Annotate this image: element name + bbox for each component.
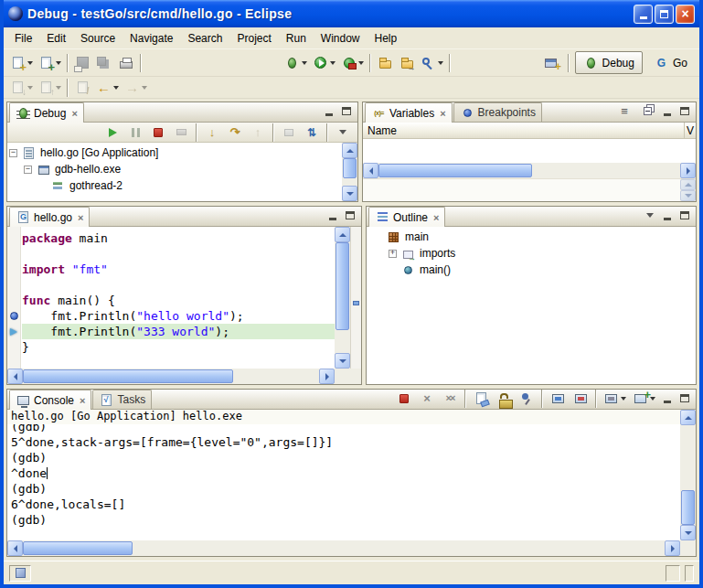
print-button[interactable] [115, 52, 137, 74]
editor-h-scrollbar[interactable] [7, 369, 335, 384]
tab-breakpoints[interactable]: Breakpoints [453, 102, 542, 122]
tree-item[interactable]: main() [372, 262, 696, 278]
new-element-button[interactable] [36, 52, 64, 74]
menu-help[interactable]: Help [367, 29, 405, 48]
view-menu-button[interactable] [332, 122, 354, 144]
breakpoint-icon[interactable] [10, 312, 18, 320]
dropdown-arrow-icon[interactable] [27, 86, 33, 90]
scrollbar-thumb[interactable] [23, 541, 133, 555]
perspective-button-go[interactable]: Go [645, 51, 696, 74]
debug-launch-tree[interactable]: −hello.go [Go Application]−gdb-hello.exe… [7, 143, 342, 201]
dropdown-arrow-icon[interactable] [621, 397, 626, 401]
menu-file[interactable]: File [7, 29, 39, 48]
export-button[interactable] [396, 52, 418, 74]
close-button[interactable]: × [676, 5, 695, 24]
minimize-view-button[interactable] [321, 104, 337, 119]
titlebar[interactable]: Debug - testGo/src/cmd/hello.go - Eclips… [4, 0, 699, 27]
detail-scrollbar[interactable] [680, 179, 696, 201]
remove-all-launches-button[interactable] [439, 389, 461, 410]
show-stdout-button[interactable] [547, 389, 569, 410]
code-editor[interactable]: package main import "fmt" func main() { … [22, 227, 335, 369]
menu-run[interactable]: Run [279, 29, 314, 48]
debug-tree-scrollbar[interactable] [342, 143, 357, 201]
minimize-view-button[interactable] [659, 208, 676, 223]
terminate-button[interactable] [147, 122, 169, 144]
scrollbar-thumb[interactable] [336, 242, 349, 330]
tab-tasks[interactable]: Tasks [92, 390, 152, 409]
run-button[interactable] [310, 52, 338, 74]
tree-item[interactable]: −hello.go [Go Application] [7, 144, 342, 161]
minimize-view-button[interactable] [325, 208, 341, 223]
dropdown-arrow-icon[interactable] [438, 61, 443, 65]
scroll-up-button[interactable] [335, 227, 350, 242]
clear-console-button[interactable] [470, 389, 492, 410]
scroll-right-button[interactable] [665, 540, 680, 556]
collapse-all-button[interactable] [636, 102, 658, 123]
dropdown-arrow-icon[interactable] [113, 86, 119, 90]
scroll-up-button[interactable] [680, 179, 696, 190]
dropdown-arrow-icon[interactable] [142, 86, 147, 90]
dropdown-arrow-icon[interactable] [56, 86, 61, 90]
step-into-button[interactable] [201, 122, 223, 144]
tab-hello-go[interactable]: hello.go × [9, 207, 90, 227]
variables-column-header[interactable]: Name V [363, 123, 696, 139]
breakpoint-marker[interactable] [353, 301, 359, 305]
import-button[interactable] [374, 52, 396, 74]
perspective-button-debug[interactable]: Debug [575, 51, 643, 74]
tree-item[interactable]: +imports [372, 245, 696, 262]
maximize-view-button[interactable] [676, 208, 693, 223]
maximize-view-button[interactable] [676, 104, 693, 119]
dropdown-arrow-icon[interactable] [358, 61, 364, 65]
scroll-lock-button[interactable] [493, 389, 515, 410]
expand-icon[interactable]: + [389, 250, 397, 258]
dropdown-arrow-icon[interactable] [56, 61, 61, 65]
maximize-view-button[interactable] [342, 208, 358, 223]
menu-navigate[interactable]: Navigate [122, 29, 180, 48]
minimize-view-button[interactable] [659, 104, 676, 119]
console-h-scrollbar[interactable] [7, 540, 680, 556]
console-output[interactable]: (gdb)5^done,stack-args=[frame={level="0"… [7, 424, 680, 540]
scroll-down-button[interactable] [335, 353, 350, 369]
show-type-names-button[interactable] [613, 102, 635, 123]
scroll-up-button[interactable] [342, 143, 357, 158]
dropdown-arrow-icon[interactable] [302, 61, 307, 65]
scrollbar-thumb[interactable] [378, 164, 532, 177]
scrollbar-thumb[interactable] [681, 490, 695, 525]
minimize-view-button[interactable] [659, 391, 676, 406]
back-button[interactable] [93, 77, 122, 99]
tab-debug[interactable]: Debug × [9, 102, 84, 123]
show-stderr-button[interactable] [570, 389, 591, 410]
scrollbar-thumb[interactable] [23, 369, 233, 383]
close-icon[interactable]: × [78, 212, 83, 223]
scroll-down-button[interactable] [342, 186, 357, 201]
tree-item[interactable]: main [372, 229, 696, 245]
editor-v-scrollbar[interactable] [335, 227, 350, 369]
view-menu-button[interactable] [642, 208, 658, 223]
variables-h-scrollbar[interactable] [363, 163, 696, 178]
tab-variables[interactable]: Variables × [365, 102, 453, 123]
close-icon[interactable]: × [440, 108, 445, 119]
close-icon[interactable]: × [80, 395, 85, 406]
open-perspective-button[interactable] [540, 52, 562, 74]
dropdown-arrow-icon[interactable] [27, 61, 33, 65]
tab-console[interactable]: Console × [9, 390, 91, 410]
scroll-up-button[interactable] [680, 410, 696, 425]
scroll-left-button[interactable] [7, 540, 23, 556]
tab-outline[interactable]: Outline × [368, 207, 445, 227]
pin-console-button[interactable] [516, 389, 538, 410]
terminate-button[interactable] [393, 389, 415, 410]
menu-edit[interactable]: Edit [39, 29, 73, 48]
outline-tree[interactable]: main+importsmain() [367, 227, 696, 384]
variables-detail-pane[interactable] [363, 178, 696, 201]
resume-button[interactable] [101, 122, 123, 144]
collapse-icon[interactable]: − [9, 149, 17, 157]
fast-view-pane[interactable] [9, 565, 31, 582]
minimize-button[interactable] [634, 5, 653, 24]
dropdown-arrow-icon[interactable] [330, 61, 336, 65]
scroll-down-button[interactable] [680, 525, 696, 540]
column-name[interactable]: Name [367, 124, 397, 137]
use-step-filters-button[interactable] [301, 122, 323, 144]
collapse-icon[interactable]: − [24, 166, 32, 174]
scroll-down-button[interactable] [680, 190, 696, 201]
scroll-left-button[interactable] [7, 369, 23, 384]
